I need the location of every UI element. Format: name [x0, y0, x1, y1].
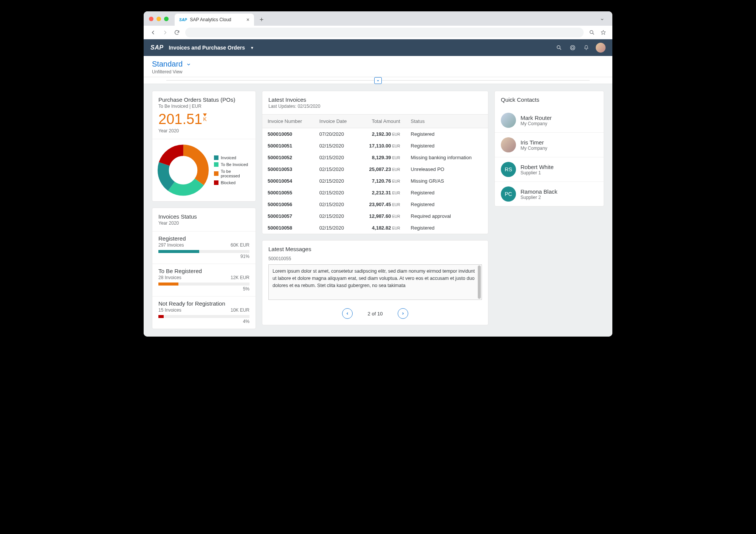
new-tab-button[interactable]: + — [256, 14, 267, 25]
status-percent: 4% — [158, 319, 249, 324]
sap-logo-icon[interactable]: SAP — [150, 44, 163, 51]
variant-selector[interactable]: Standard — [152, 60, 604, 68]
app-title[interactable]: Invoices and Purchase Orders — [169, 45, 245, 51]
status-value: 12K EUR — [231, 275, 249, 280]
table-row[interactable]: 500010050 07/20/2020 2,192.30EUR Registe… — [262, 128, 488, 140]
contact-name: Robert White — [521, 164, 554, 170]
window-controls — [149, 17, 169, 21]
cell-status: Missing GR/AS — [406, 175, 488, 187]
cell-invoice-number: 500010053 — [262, 163, 314, 175]
tabs-menu-icon[interactable] — [600, 17, 605, 22]
bookmark-star-icon[interactable] — [600, 29, 606, 36]
status-label: To Be Registered — [158, 268, 249, 274]
progress-bar — [158, 250, 249, 253]
scrollbar[interactable] — [478, 265, 481, 299]
card-title: Quick Contacts — [501, 96, 598, 103]
contact-item[interactable]: PC Ramona Black Supplier 2 — [495, 182, 604, 206]
expand-filterbar-button[interactable] — [374, 77, 382, 84]
tab-title: SAP Analytics Cloud — [190, 17, 231, 22]
table-row[interactable]: 500010057 02/15/2020 12,987.60EUR Requir… — [262, 210, 488, 222]
col-total-amount[interactable]: Total Amount — [358, 115, 405, 128]
svg-point-2 — [570, 45, 575, 50]
status-item[interactable]: Registered 297 Invoices 60K EUR 91% — [152, 231, 256, 264]
shell-notifications-icon[interactable] — [582, 45, 590, 51]
avatar: PC — [501, 186, 516, 202]
card-title: Invoices Status — [158, 213, 249, 220]
shell-copilot-icon[interactable] — [569, 44, 577, 51]
chart-legend: Invoiced To Be Invoiced To be processed … — [214, 155, 251, 185]
zoom-icon[interactable] — [589, 29, 595, 36]
chevron-down-icon — [186, 61, 192, 67]
title-dropdown-icon[interactable]: ▼ — [250, 46, 254, 50]
window-close-icon[interactable] — [149, 17, 153, 21]
nav-reload-icon[interactable] — [174, 29, 180, 36]
contact-item[interactable]: RS Robert White Supplier 1 — [495, 157, 604, 182]
nav-back-icon[interactable] — [150, 29, 156, 36]
shell-user-avatar[interactable] — [596, 43, 606, 53]
filterbar-collapse — [144, 77, 612, 84]
browser-addressbar — [144, 26, 612, 39]
card-quick-contacts: Quick Contacts Mark Router My Company Ir… — [494, 91, 604, 206]
table-row[interactable]: 500010055 02/15/2020 2,212.31EUR Registe… — [262, 187, 488, 199]
contact-item[interactable]: Mark Router My Company — [495, 108, 604, 132]
window-minimize-icon[interactable] — [156, 17, 161, 21]
message-body: Lorem ipsum dolor st amet, consetetur sa… — [269, 265, 482, 300]
variant-title: Standard — [152, 60, 183, 68]
cell-amount: 7,120.76EUR — [358, 175, 405, 187]
page-content: Purchase Orders Status (POs) To Be Invoi… — [144, 84, 612, 337]
url-field[interactable] — [185, 28, 584, 37]
nav-forward-icon[interactable] — [162, 29, 169, 36]
avatar — [501, 113, 516, 128]
pager-next-button[interactable] — [398, 308, 408, 319]
status-item[interactable]: To Be Registered 28 Invoices 12K EUR 5% — [152, 264, 256, 296]
table-row[interactable]: 500010051 02/15/2020 17,110.00EUR Regist… — [262, 140, 488, 152]
table-row[interactable]: 500010053 02/15/2020 25,087.23EUR Unrele… — [262, 163, 488, 175]
progress-bar — [158, 283, 249, 286]
table-row[interactable]: 500010054 02/15/2020 7,120.76EUR Missing… — [262, 175, 488, 187]
window-zoom-icon[interactable] — [164, 17, 169, 21]
status-count: 297 Invoices — [158, 242, 184, 248]
col-invoice-number[interactable]: Invoice Number — [262, 115, 314, 128]
browser-window: SAP SAP Analytics Cloud × + SAP Invoices… — [144, 11, 612, 337]
table-row[interactable]: 500010058 02/15/2020 4,182.82EUR Registe… — [262, 222, 488, 234]
card-subtitle: To Be Invoiced | EUR — [158, 104, 249, 109]
cell-invoice-number: 500010054 — [262, 175, 314, 187]
variant-header: Standard Unfiltered View — [144, 56, 612, 77]
tab-close-icon[interactable]: × — [246, 17, 249, 23]
col-invoice-date[interactable]: Invoice Date — [314, 115, 358, 128]
svg-point-1 — [557, 46, 560, 49]
svg-point-0 — [590, 30, 593, 33]
svg-point-3 — [572, 47, 574, 49]
table-row[interactable]: 500010052 02/15/2020 8,129.39EUR Missing… — [262, 152, 488, 163]
status-label: Registered — [158, 235, 249, 242]
sap-favicon-icon: SAP — [179, 18, 187, 22]
pager-prev-button[interactable] — [342, 308, 353, 319]
legend-swatch-icon — [214, 180, 218, 185]
cell-status: Registered — [406, 199, 488, 210]
message-pager: 2 of 10 — [262, 305, 488, 325]
col-status[interactable]: Status — [406, 115, 488, 128]
card-subtitle: Last Updates: 02/15/2020 — [268, 104, 482, 109]
cell-invoice-number: 500010050 — [262, 128, 314, 140]
cell-amount: 2,192.30EUR — [358, 128, 405, 140]
cell-invoice-date: 02/15/2020 — [314, 187, 358, 199]
contact-org: Supplier 1 — [521, 170, 554, 175]
shell-search-icon[interactable] — [555, 45, 563, 51]
status-value: 10K EUR — [231, 307, 249, 313]
legend-swatch-icon — [214, 162, 218, 167]
contact-item[interactable]: Iris Timer My Company — [495, 132, 604, 157]
kpi-number: 201.51 — [158, 111, 202, 127]
table-row[interactable]: 500010056 02/15/2020 23,907.45EUR Regist… — [262, 199, 488, 210]
kpi-year: Year 2020 — [158, 128, 249, 134]
status-item[interactable]: Not Ready for Registration 15 Invoices 1… — [152, 296, 256, 329]
cell-status: Registered — [406, 187, 488, 199]
card-invoices-status: Invoices Status Year 2020 Registered 297… — [152, 208, 256, 329]
legend-swatch-icon — [214, 171, 218, 176]
status-label: Not Ready for Registration — [158, 300, 249, 307]
browser-tab[interactable]: SAP SAP Analytics Cloud × — [175, 14, 254, 26]
contact-org: My Company — [521, 146, 547, 151]
svg-point-8 — [172, 159, 195, 182]
pager-count: 2 of 10 — [368, 311, 383, 317]
contact-name: Mark Router — [521, 115, 552, 121]
cell-amount: 25,087.23EUR — [358, 163, 405, 175]
